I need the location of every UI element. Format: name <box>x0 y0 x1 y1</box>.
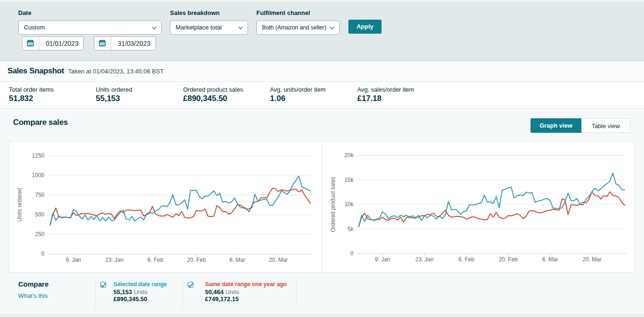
svg-text:750: 750 <box>35 192 44 198</box>
svg-text:10k: 10k <box>345 201 354 208</box>
svg-text:20. Mar: 20. Mar <box>582 256 602 263</box>
svg-text:0: 0 <box>350 250 354 257</box>
svg-text:250: 250 <box>35 231 44 238</box>
svg-text:1000: 1000 <box>32 172 44 179</box>
svg-text:500: 500 <box>35 211 44 218</box>
svg-text:0: 0 <box>41 251 44 257</box>
svg-text:5k: 5k <box>347 226 354 232</box>
svg-text:9. Jan: 9. Jan <box>375 256 390 263</box>
svg-text:23. Jan: 23. Jan <box>105 257 123 263</box>
svg-text:23. Jan: 23. Jan <box>415 256 433 263</box>
svg-text:9. Jan: 9. Jan <box>66 257 81 263</box>
svg-text:Ordered product sales: Ordered product sales <box>330 177 336 232</box>
svg-text:20. Feb: 20. Feb <box>187 257 206 263</box>
svg-text:Units ordered: Units ordered <box>16 188 23 222</box>
svg-text:1250: 1250 <box>32 152 44 159</box>
svg-text:6. Mar: 6. Mar <box>542 256 558 263</box>
svg-text:6. Mar: 6. Mar <box>229 257 245 263</box>
svg-text:20k: 20k <box>345 152 354 158</box>
svg-text:20. Mar: 20. Mar <box>269 257 288 263</box>
svg-text:20. Feb: 20. Feb <box>499 256 518 263</box>
svg-text:6. Feb: 6. Feb <box>459 256 474 263</box>
svg-text:15k: 15k <box>345 177 354 183</box>
svg-text:6. Feb: 6. Feb <box>148 257 163 263</box>
